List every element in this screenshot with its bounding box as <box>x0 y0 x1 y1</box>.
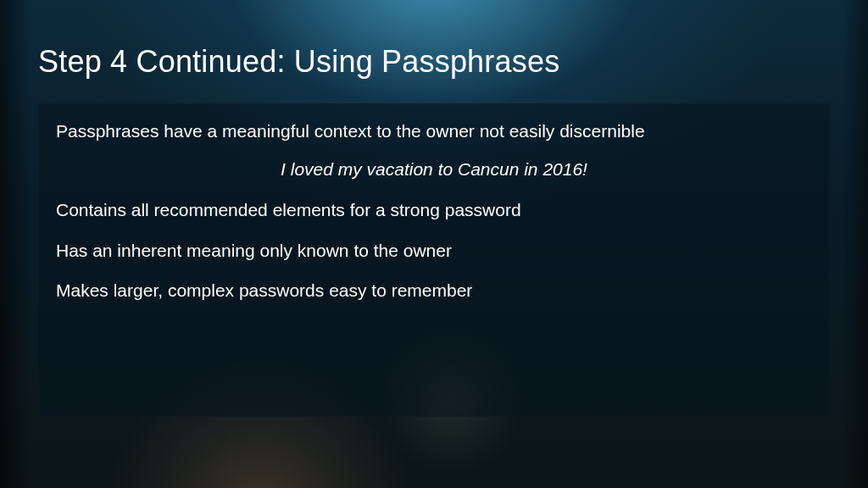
body-line-4: Makes larger, complex passwords easy to … <box>56 279 812 302</box>
slide-title: Step 4 Continued: Using Passphrases <box>38 44 559 80</box>
content-panel: Passphrases have a meaningful context to… <box>38 103 830 417</box>
example-line: I loved my vacation to Cancun in 2016! <box>56 159 812 180</box>
body-line-1: Passphrases have a meaningful context to… <box>56 119 812 142</box>
body-line-3: Has an inherent meaning only known to th… <box>56 239 812 262</box>
body-line-2: Contains all recommended elements for a … <box>56 198 812 221</box>
slide: Step 4 Continued: Using Passphrases Pass… <box>0 0 868 488</box>
